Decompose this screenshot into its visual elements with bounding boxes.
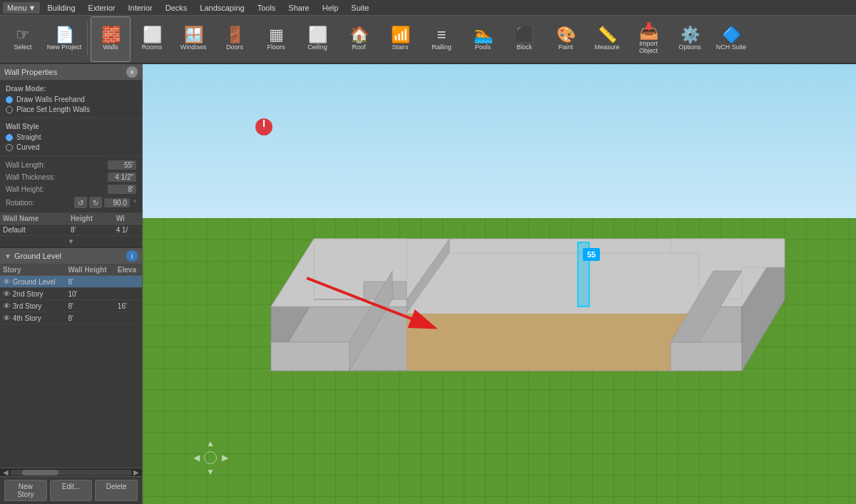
main-layout: Wall Properties × Draw Mode: Draw Walls … <box>0 64 856 504</box>
draw-set-length-option[interactable]: Place Set Length Walls <box>6 106 136 113</box>
wall-name-cell: Default <box>0 225 68 236</box>
tool-stairs[interactable]: 📶 Stairs <box>380 16 420 62</box>
wall-properties-header: Wall Properties × <box>0 64 142 81</box>
svg-marker-6 <box>407 253 742 314</box>
rotate-left-btn[interactable]: ↺ <box>74 197 87 208</box>
story-wall-height-cell: 8' <box>65 312 114 324</box>
story-panel-buttons: New Story Edit... Delete <box>0 476 142 504</box>
stairs-icon: 📶 <box>391 27 410 43</box>
eye-icon[interactable]: 👁 <box>3 277 11 286</box>
svg-rect-14 <box>671 342 742 371</box>
tool-ceiling[interactable]: ⬜ Ceiling <box>297 16 337 62</box>
menu-share[interactable]: Share <box>282 2 315 14</box>
stairs-label: Stairs <box>392 44 408 51</box>
tool-windows[interactable]: 🪟 Windows <box>173 16 213 62</box>
nav-center[interactable] <box>204 451 217 464</box>
tool-roof[interactable]: 🏠 Roof <box>339 16 379 62</box>
table-row[interactable]: Default 8' 4 1/ <box>0 225 142 236</box>
edit-button[interactable]: Edit... <box>50 480 93 501</box>
curved-wall-radio <box>6 144 13 151</box>
tool-options[interactable]: ⚙️ Options <box>670 16 710 62</box>
measure-label: Measure <box>594 44 619 51</box>
menu-tools[interactable]: Tools <box>252 2 282 14</box>
railing-label: Railing <box>432 44 452 51</box>
scroll-down-btn[interactable]: ▼ <box>68 237 75 245</box>
tool-new-project[interactable]: 📄 New Project <box>44 16 84 62</box>
list-item[interactable]: 👁 Ground Level 8' <box>0 276 142 288</box>
eye-icon[interactable]: 👁 <box>3 302 11 310</box>
rotate-right-btn[interactable]: ↻ <box>89 197 102 208</box>
story-table-wrap: Story Wall Height Eleva 👁 Ground Level 8… <box>0 264 142 468</box>
scroll-track <box>10 470 132 475</box>
wall-height-label: Wall Height: <box>6 185 44 193</box>
tool-measure[interactable]: 📏 Measure <box>587 16 627 62</box>
scroll-left-arrow[interactable]: ◀ <box>1 468 10 476</box>
wall-height-value: 8' <box>108 185 136 194</box>
scroll-thumb[interactable] <box>22 470 58 475</box>
wall-table-wrap: Wall Name Height Wi Default 8' 4 1/ <box>0 213 142 236</box>
tool-select[interactable]: ☞ Select <box>3 16 43 62</box>
draw-freehand-option[interactable]: Draw Walls Freehand <box>6 96 136 103</box>
menu-interior[interactable]: Interior <box>122 2 158 14</box>
eye-icon[interactable]: 👁 <box>3 289 11 298</box>
menu-dropdown[interactable]: Menu ▼ <box>3 2 40 14</box>
draw-set-length-radio <box>6 106 13 113</box>
curved-wall-option[interactable]: Curved <box>6 143 136 151</box>
ground-level-info-btn[interactable]: i <box>126 250 138 262</box>
import-object-icon: 📥 <box>639 24 658 39</box>
new-project-label: New Project <box>47 44 82 51</box>
wall-properties-close-btn[interactable]: × <box>126 66 138 78</box>
tool-block[interactable]: ⬛ Block <box>504 16 544 62</box>
tool-doors[interactable]: 🚪 Doors <box>215 16 255 62</box>
menu-building[interactable]: Building <box>41 2 81 14</box>
tool-railing[interactable]: ≡ Railing <box>422 16 462 62</box>
floors-icon: ▦ <box>269 27 284 43</box>
ceiling-label: Ceiling <box>307 44 327 51</box>
options-icon: ⚙️ <box>681 27 700 43</box>
story-wall-height-cell: 8' <box>65 300 114 312</box>
story-col-header: Story <box>0 264 65 276</box>
list-item[interactable]: 👁 3rd Story 8' 16' <box>0 300 142 312</box>
menu-label: Menu <box>7 4 27 12</box>
nav-right-btn[interactable]: ▶ <box>218 451 231 464</box>
tool-paint[interactable]: 🎨 Paint <box>546 16 586 62</box>
pools-icon: 🏊 <box>474 27 493 43</box>
story-name-cell: 👁 2nd Story <box>0 288 65 300</box>
nav-up-btn[interactable]: ▲ <box>204 437 217 450</box>
menu-decks[interactable]: Decks <box>160 2 193 14</box>
degrees-icon: ° <box>133 199 136 207</box>
new-story-button[interactable]: New Story <box>4 480 47 501</box>
ground-level-title: Ground Level <box>14 252 61 260</box>
tool-nch-suite[interactable]: 🔷 NCH Suite <box>711 16 751 62</box>
scroll-right-arrow[interactable]: ▶ <box>132 468 141 476</box>
paint-label: Paint <box>559 44 574 51</box>
story-name-cell: 👁 4th Story <box>0 312 65 324</box>
windows-icon: 🪟 <box>184 27 203 43</box>
measure-icon: 📏 <box>598 27 617 43</box>
3d-viewport[interactable]: 55 ▲ ◀ ▶ ▼ <box>143 64 856 504</box>
tool-rooms[interactable]: ⬜ Rooms <box>132 16 172 62</box>
story-name-cell: 👁 3rd Story <box>0 300 65 312</box>
menu-suite[interactable]: Suite <box>345 2 374 14</box>
menu-exterior[interactable]: Exterior <box>83 2 121 14</box>
tool-floors[interactable]: ▦ Floors <box>256 16 296 62</box>
doors-label: Doors <box>226 44 243 51</box>
tool-import-object[interactable]: 📥 Import Object <box>628 16 668 62</box>
nav-left-btn[interactable]: ◀ <box>190 451 203 464</box>
straight-wall-option[interactable]: Straight <box>6 133 136 141</box>
import-object-label: Import Object <box>630 41 667 55</box>
delete-button[interactable]: Delete <box>95 480 138 501</box>
list-item[interactable]: 👁 2nd Story 10' <box>0 288 142 300</box>
horizontal-scrollbar[interactable]: ◀ ▶ <box>0 468 142 476</box>
doors-icon: 🚪 <box>225 27 245 43</box>
tool-pools[interactable]: 🏊 Pools <box>463 16 503 62</box>
list-item[interactable]: 👁 4th Story 8' <box>0 312 142 324</box>
menu-help[interactable]: Help <box>317 2 345 14</box>
wall-height-cell: 8' <box>68 225 113 236</box>
walls-label: Walls <box>103 44 118 51</box>
eye-icon[interactable]: 👁 <box>3 314 11 322</box>
menu-landscaping[interactable]: Landscaping <box>194 2 250 14</box>
tool-walls[interactable]: 🧱 Walls <box>91 16 131 62</box>
nav-down-btn[interactable]: ▼ <box>204 466 217 478</box>
draw-freehand-radio <box>6 96 13 103</box>
